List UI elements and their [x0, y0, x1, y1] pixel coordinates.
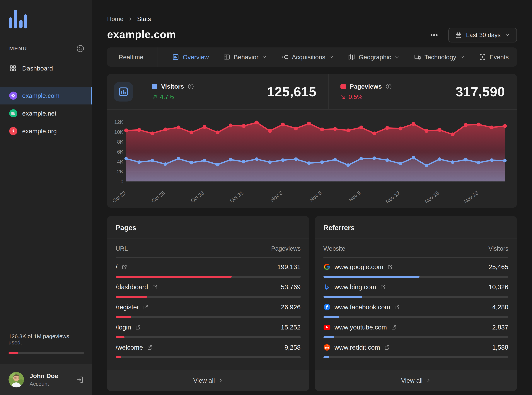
svg-text:2K: 2K — [117, 169, 123, 175]
pageviews-delta: 0.5% — [341, 93, 392, 100]
external-link-icon[interactable] — [391, 324, 397, 330]
tab-technology[interactable]: Technology — [414, 53, 465, 61]
overview-icon — [172, 53, 179, 61]
tab-geographic[interactable]: Geographic — [348, 53, 400, 61]
chart-card-icon-cell — [107, 74, 140, 109]
visitors-delta: 4.7% — [152, 93, 194, 100]
date-range-button[interactable]: Last 30 days — [448, 28, 517, 43]
menu-heading: MENU — [9, 45, 27, 52]
account-section[interactable]: John Doe Account — [0, 364, 92, 395]
site-label: example.net — [22, 110, 56, 117]
referrer-row: www.facebook.com 4,280 — [324, 298, 509, 318]
traffic-chart[interactable]: 02K4K6K8K10K12KOct 22Oct 25Oct 28Oct 31N… — [107, 110, 517, 207]
external-link-icon[interactable] — [135, 324, 141, 330]
chevron-down-icon — [505, 32, 510, 38]
page-value: 53,769 — [281, 283, 301, 291]
site-list: example.comexample.netexample.org — [0, 87, 92, 140]
page-bar — [116, 276, 301, 278]
page-value: 199,131 — [277, 263, 301, 271]
page-label[interactable]: / — [116, 263, 118, 271]
reddit-favicon-icon — [324, 344, 330, 351]
pageviews-stat: Pageviews 0.5% 317,590 — [328, 74, 517, 109]
external-link-icon[interactable] — [152, 284, 157, 290]
breadcrumb-chevron-icon — [128, 16, 133, 22]
more-options-icon[interactable] — [430, 34, 438, 36]
svg-text:Oct 28: Oct 28 — [190, 190, 205, 204]
referrer-bar — [324, 356, 509, 358]
usage-progressbar — [9, 352, 84, 354]
logout-icon[interactable] — [76, 376, 84, 384]
svg-text:Nov 3: Nov 3 — [269, 190, 284, 203]
behavior-icon — [223, 53, 230, 61]
avatar — [9, 372, 24, 387]
site-label: example.com — [22, 92, 60, 99]
breadcrumb-home[interactable]: Home — [107, 16, 123, 22]
tab-realtime[interactable]: Realtime — [115, 54, 143, 61]
pages-view-all-button[interactable]: View all — [107, 370, 309, 391]
sidebar-item-label: Dashboard — [22, 65, 53, 72]
svg-text:0: 0 — [120, 179, 123, 184]
page-label[interactable]: /welcome — [116, 344, 143, 351]
external-link-icon[interactable] — [380, 284, 386, 290]
external-link-icon[interactable] — [122, 264, 127, 270]
page-label[interactable]: /dashboard — [116, 283, 148, 291]
chevron-down-icon — [329, 55, 334, 60]
theme-toggle-icon[interactable] — [77, 45, 84, 52]
svg-text:6K: 6K — [117, 149, 123, 155]
referrer-value: 4,280 — [492, 303, 508, 311]
svg-text:Nov 6: Nov 6 — [308, 190, 323, 203]
referrer-label[interactable]: www.google.com — [335, 263, 383, 271]
external-link-icon[interactable] — [387, 264, 393, 270]
referrer-value: 25,465 — [489, 263, 508, 271]
sidebar-item-example.com[interactable]: example.com — [0, 87, 92, 104]
svg-text:4K: 4K — [117, 159, 123, 165]
tab-overview[interactable]: Overview — [172, 53, 209, 61]
page-label[interactable]: /login — [116, 324, 131, 331]
technology-icon — [414, 53, 421, 61]
referrers-view-all-button[interactable]: View all — [315, 370, 517, 391]
pageviews-value: 317,590 — [456, 84, 505, 99]
pageviews-swatch — [341, 84, 346, 89]
svg-text:Nov 18: Nov 18 — [463, 190, 479, 204]
info-icon[interactable] — [188, 83, 194, 90]
referrer-row: www.youtube.com 2,837 — [324, 318, 509, 338]
external-link-icon[interactable] — [147, 345, 153, 350]
page-value: 15,252 — [281, 324, 301, 331]
breadcrumb-current: Stats — [137, 16, 151, 22]
svg-text:Nov 15: Nov 15 — [424, 190, 440, 204]
app-logo[interactable] — [0, 0, 92, 29]
chevron-right-icon — [426, 378, 431, 383]
referrer-label[interactable]: www.bing.com — [335, 283, 376, 291]
referrer-row: www.reddit.com 1,588 — [324, 338, 509, 358]
referrer-label[interactable]: www.reddit.com — [335, 344, 380, 351]
svg-text:Oct 31: Oct 31 — [229, 190, 244, 204]
external-link-icon[interactable] — [384, 345, 390, 350]
svg-text:Nov 9: Nov 9 — [348, 190, 362, 203]
tab-label: Events — [489, 54, 509, 61]
sidebar-item-example.org[interactable]: example.org — [0, 122, 92, 140]
referrer-row: www.bing.com 10,326 — [324, 278, 509, 298]
geographic-icon — [348, 53, 355, 61]
calendar-icon — [455, 32, 462, 38]
page-label[interactable]: /register — [116, 303, 139, 311]
external-link-icon[interactable] — [394, 304, 400, 310]
svg-text:10K: 10K — [114, 129, 123, 135]
referrer-label[interactable]: www.youtube.com — [335, 324, 387, 331]
svg-text:8K: 8K — [117, 139, 123, 145]
pageviews-label: Pageviews — [350, 83, 382, 90]
stats-chart-icon — [114, 82, 133, 102]
tab-behavior[interactable]: Behavior — [223, 53, 267, 61]
pages-col-pageviews: Pageviews — [271, 245, 301, 252]
external-link-icon[interactable] — [143, 304, 149, 310]
tab-acquisitions[interactable]: Acquisitions — [281, 53, 334, 61]
page-bar — [116, 336, 301, 338]
referrer-label[interactable]: www.facebook.com — [335, 303, 390, 311]
page-row: /register 26,926 — [116, 298, 301, 318]
sidebar-item-dashboard[interactable]: Dashboard — [0, 65, 92, 72]
tab-label: Technology — [425, 54, 456, 61]
acquisitions-icon — [281, 53, 289, 61]
sidebar-item-example.net[interactable]: example.net — [0, 104, 92, 122]
info-icon[interactable] — [386, 83, 392, 90]
tab-events[interactable]: Events — [479, 53, 509, 61]
sidebar: MENU Dashboard example.comexample.netexa… — [0, 0, 92, 395]
